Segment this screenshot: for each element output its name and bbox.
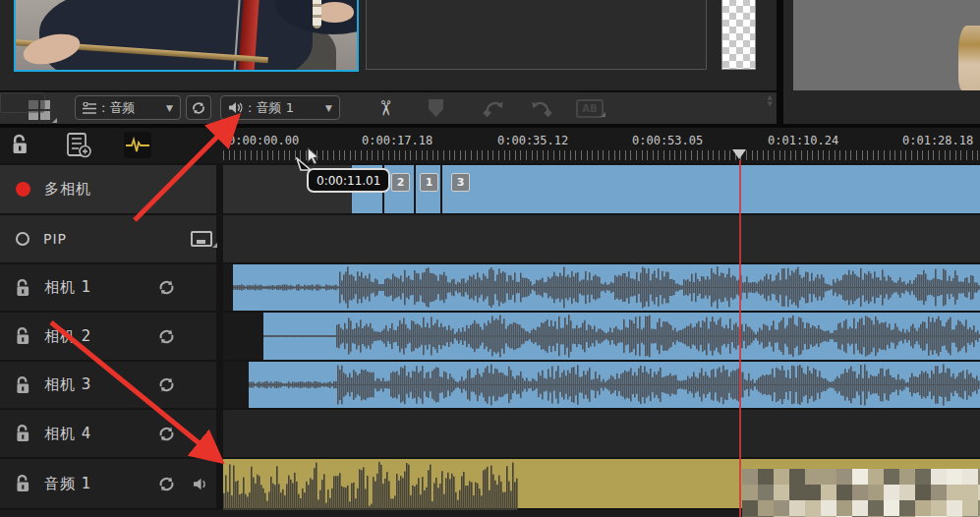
track-head-audio1[interactable]: 音频 1 [0, 459, 216, 508]
sync-icon[interactable] [157, 327, 176, 346]
track-body-camera2 [223, 313, 980, 360]
audio-sync-button[interactable] [124, 132, 151, 158]
timecode-tooltip: 0:00:11.01 [307, 168, 390, 193]
track-head-camera3[interactable]: 相机 3 [0, 362, 216, 408]
lock-open-icon[interactable] [16, 326, 30, 346]
track-head-camera2[interactable]: 相机 2 [0, 313, 216, 360]
preview-image-fragment [958, 26, 980, 90]
pixelated-watermark [742, 469, 980, 517]
track-body-camera3 [223, 362, 980, 408]
record-indicator-off-icon [16, 232, 29, 246]
track-row-camera2: 相机 2 [0, 313, 980, 360]
timeline-header: 0:00:00.00 0:00:17.18 0:00:35.12 0:00:53… [0, 128, 980, 163]
ruler-label: 0:01:28.18 [902, 134, 973, 147]
camera1-clip[interactable] [233, 264, 980, 311]
source-type-value: : 音频 [101, 99, 136, 117]
camera-preview-selected[interactable] [14, 0, 359, 72]
camera-number-badge: 3 [451, 173, 470, 192]
ruler-label: 0:00:53.05 [632, 134, 703, 147]
undo-button[interactable] [482, 98, 507, 118]
lock-open-icon[interactable] [16, 375, 30, 395]
pip-overlay-icon[interactable] [191, 231, 212, 247]
track-row-camera4: 相机 4 [0, 410, 980, 457]
track-head-pip[interactable]: PIP [0, 215, 216, 262]
source-type-dropdown[interactable]: : 音频 ▼ [75, 95, 181, 120]
speaker-icon[interactable] [193, 477, 208, 491]
camera2-clip[interactable] [263, 313, 980, 360]
panel-divider [777, 0, 783, 128]
transition-ab-button[interactable]: AB [576, 99, 604, 118]
ruler-ticks [223, 150, 980, 160]
stepper-arrows-icon: ▲▼ [768, 94, 773, 108]
track-label: 相机 4 [44, 425, 91, 443]
chevron-down-icon: ▼ [166, 103, 173, 113]
chevron-down-icon: ▼ [325, 103, 332, 113]
lock-open-icon[interactable] [16, 424, 30, 443]
track-lines-icon [83, 102, 96, 114]
multicam-editor-window: : 音频 ▼ : 音频 1 ▼ ✂ [0, 0, 980, 517]
track-row-multicam: 多相机 2 1 3 [0, 165, 980, 213]
multicam-clip[interactable]: 1 [416, 165, 440, 213]
sync-icon[interactable] [157, 375, 176, 394]
track-label: 相机 2 [44, 327, 91, 346]
track-label: 音频 1 [44, 475, 91, 493]
marker-button[interactable] [429, 99, 443, 117]
lock-open-icon[interactable] [12, 133, 29, 156]
track-row-camera1: 相机 1 [0, 264, 980, 311]
camera-previews-panel: : 音频 ▼ : 音频 1 ▼ ✂ [0, 0, 777, 124]
track-label: 相机 1 [44, 278, 91, 297]
multicam-clip[interactable]: 3 [442, 165, 980, 213]
track-body-pip [223, 215, 980, 262]
camera-number-badge: 2 [391, 173, 410, 192]
sync-icon[interactable] [157, 475, 176, 493]
redo-button[interactable] [528, 98, 553, 118]
marker-icon [429, 99, 443, 117]
timeline-panel: 0:00:00.00 0:00:17.18 0:00:35.12 0:00:53… [0, 128, 980, 517]
track-label: PIP [43, 231, 67, 247]
timeline-ruler[interactable]: 0:00:00.00 0:00:17.18 0:00:35.12 0:00:53… [223, 128, 980, 163]
playhead-handle[interactable] [732, 149, 746, 159]
camera-number-badge: 1 [420, 173, 438, 192]
camera3-clip[interactable] [249, 362, 980, 408]
ruler-label: 0:00:17.18 [362, 134, 432, 147]
toolbar: : 音频 ▼ : 音频 1 ▼ ✂ [0, 90, 777, 126]
main-preview [793, 0, 980, 90]
ruler-label: 0:00:00.00 [228, 134, 299, 147]
edit-list-icon[interactable] [67, 133, 91, 158]
record-indicator-icon [16, 182, 30, 197]
output-preview-panel [783, 0, 980, 124]
track-body-camera4 [223, 410, 980, 457]
audio-pulse-icon [126, 137, 149, 154]
track-label: 相机 3 [44, 375, 91, 394]
tooltip-text: 0:00:11.01 [317, 174, 380, 188]
audio-track-value: : 音频 1 [248, 99, 294, 117]
track-row-camera3: 相机 3 [0, 362, 980, 408]
duration-stepper[interactable]: ▲▼ [0, 92, 45, 113]
ruler-label: 0:01:10.24 [768, 134, 838, 147]
split-clip-button[interactable]: ✂ [372, 94, 399, 122]
track-head-camera4[interactable]: 相机 4 [0, 410, 216, 457]
redo-icon [528, 98, 553, 118]
sync-icon[interactable] [157, 425, 176, 443]
audio-track-dropdown[interactable]: : 音频 1 ▼ [220, 95, 340, 120]
lock-open-icon[interactable] [16, 278, 30, 298]
track-head-multicam[interactable]: 多相机 [0, 165, 216, 213]
lock-open-icon[interactable] [16, 474, 30, 493]
sync-icon [191, 100, 206, 116]
track-row-pip: PIP [0, 215, 980, 262]
ruler-label: 0:00:35.12 [497, 134, 568, 147]
speaker-icon [228, 101, 243, 114]
camera-preview-empty[interactable] [366, 0, 707, 70]
playhead-line[interactable] [739, 160, 741, 517]
track-body-camera1 [223, 264, 980, 311]
sync-source-button[interactable] [186, 95, 211, 120]
undo-icon [482, 98, 507, 118]
track-label: 多相机 [44, 180, 91, 199]
sync-icon[interactable] [157, 278, 176, 297]
transparency-checkerboard [721, 0, 756, 70]
track-head-camera1[interactable]: 相机 1 [0, 264, 216, 311]
mouse-cursor [307, 147, 319, 165]
ab-label: AB [582, 103, 597, 114]
